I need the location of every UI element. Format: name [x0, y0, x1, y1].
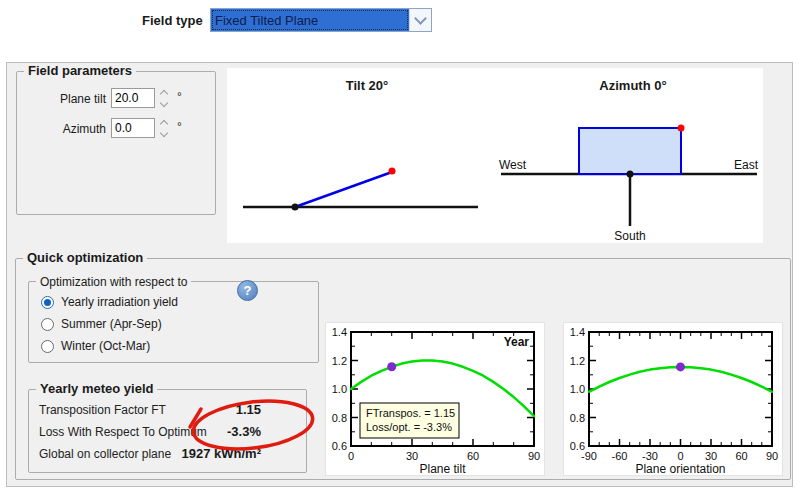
radio-button-icon[interactable]: [41, 340, 54, 353]
spin-down-icon[interactable]: [160, 128, 168, 136]
radio-yearly-irradiation[interactable]: Yearly irradiation yield: [41, 295, 178, 309]
azimuth-stepper[interactable]: [157, 118, 171, 138]
svg-text:Year: Year: [504, 335, 530, 349]
tilt-chart-box: 03060900.60.81.01.21.4YearPlane tiltFTra…: [325, 322, 545, 476]
yearly-meteo-yield-group: Yearly meteo yield Transposition Factor …: [28, 389, 307, 473]
help-icon[interactable]: ?: [237, 280, 258, 301]
svg-text:-60: -60: [612, 450, 628, 462]
svg-text:1.0: 1.0: [570, 383, 585, 395]
svg-text:FTranspos. = 1.15: FTranspos. = 1.15: [366, 407, 455, 419]
svg-text:Loss/opt. = -3.3%: Loss/opt. = -3.3%: [366, 421, 452, 433]
loss-optimum-label: Loss With Respect To Optimum: [39, 425, 207, 439]
svg-text:-30: -30: [642, 450, 658, 462]
plane-tilt-label: Plane tilt: [34, 92, 106, 106]
svg-text:0.6: 0.6: [570, 440, 585, 452]
orientation-diagram-panel: Tilt 20° Azimuth 0° West East South: [227, 68, 763, 243]
tilt-pivot-dot: [292, 204, 299, 211]
field-type-selected-value: Fixed Tilted Plane: [211, 9, 409, 31]
svg-text:0: 0: [348, 450, 354, 462]
azimuth-panel-rect: [579, 128, 681, 174]
svg-text:60: 60: [735, 450, 747, 462]
svg-text:0: 0: [677, 450, 683, 462]
radio-label[interactable]: Summer (Apr-Sep): [61, 317, 162, 331]
svg-text:30: 30: [406, 450, 418, 462]
field-parameters-title: Field parameters: [24, 64, 136, 78]
west-label: West: [499, 158, 527, 172]
dropdown-button[interactable]: [409, 9, 431, 31]
quick-optimization-title: Quick optimization: [23, 251, 147, 265]
field-parameters-group: Field parameters Plane tilt ° Azimuth °: [16, 71, 216, 215]
svg-text:1.2: 1.2: [570, 355, 585, 367]
plane-tilt-input[interactable]: [111, 88, 155, 108]
svg-text:1.4: 1.4: [570, 326, 585, 338]
loss-optimum-value: -3.3%: [227, 424, 261, 439]
tilt-plane-line: [295, 172, 392, 207]
azimuth-diagram-title: Azimuth 0°: [533, 78, 733, 93]
svg-text:Plane tilt: Plane tilt: [419, 462, 466, 475]
radio-label[interactable]: Winter (Oct-Mar): [61, 339, 150, 353]
east-label: East: [734, 158, 759, 172]
radio-winter[interactable]: Winter (Oct-Mar): [41, 339, 150, 353]
azimuth-input[interactable]: [111, 118, 155, 138]
radio-button-icon[interactable]: [41, 296, 54, 309]
yearly-meteo-yield-title: Yearly meteo yield: [36, 382, 157, 396]
tilt-diagram-title: Tilt 20°: [267, 78, 467, 93]
orientation-optimization-chart: -90-60-3003060900.60.81.01.21.4Plane ori…: [564, 323, 782, 475]
global-collector-value: 1927 kWh/m²: [182, 446, 261, 461]
field-type-dropdown[interactable]: Fixed Tilted Plane: [210, 8, 432, 32]
optimization-respect-title: Optimization with respect to: [36, 275, 191, 289]
azimuth-handle-dot[interactable]: [678, 125, 685, 132]
svg-text:90: 90: [528, 450, 540, 462]
svg-text:0.8: 0.8: [570, 412, 585, 424]
pvsyst-orientation-window: Field type Fixed Tilted Plane Field para…: [0, 0, 800, 490]
field-type-label: Field type: [142, 13, 203, 28]
svg-text:60: 60: [467, 450, 479, 462]
south-label: South: [614, 229, 645, 243]
transposition-factor-value: 1.15: [236, 402, 261, 417]
radio-label[interactable]: Yearly irradiation yield: [61, 295, 178, 309]
tilt-handle-dot[interactable]: [389, 168, 396, 175]
svg-text:30: 30: [705, 450, 717, 462]
svg-text:1.0: 1.0: [332, 383, 347, 395]
chevron-down-icon: [414, 12, 427, 25]
radio-button-icon[interactable]: [41, 318, 54, 331]
svg-text:1.4: 1.4: [332, 326, 347, 338]
azimuth-pivot-dot: [627, 171, 634, 178]
plane-tilt-stepper[interactable]: [157, 88, 171, 108]
spin-up-icon[interactable]: [160, 119, 168, 127]
radio-summer[interactable]: Summer (Apr-Sep): [41, 317, 162, 331]
svg-text:90: 90: [766, 450, 778, 462]
svg-text:0.8: 0.8: [332, 412, 347, 424]
plane-tilt-unit: °: [177, 90, 182, 104]
orientation-diagram-graphics: West East South: [227, 68, 763, 243]
svg-text:Plane orientation: Plane orientation: [635, 462, 725, 475]
azimuth-label: Azimuth: [34, 122, 106, 136]
spin-up-icon[interactable]: [160, 89, 168, 97]
orientation-chart-box: -90-60-3003060900.60.81.01.21.4Plane ori…: [563, 322, 783, 476]
azimuth-unit: °: [177, 120, 182, 134]
spin-down-icon[interactable]: [160, 98, 168, 106]
svg-text:0.6: 0.6: [332, 440, 347, 452]
tilt-optimization-chart: 03060900.60.81.01.21.4YearPlane tiltFTra…: [326, 323, 544, 475]
svg-text:1.2: 1.2: [332, 355, 347, 367]
transposition-factor-label: Transposition Factor FT: [39, 403, 166, 417]
global-collector-label: Global on collector plane: [39, 447, 171, 461]
optimization-respect-group: Optimization with respect to Yearly irra…: [28, 281, 319, 363]
